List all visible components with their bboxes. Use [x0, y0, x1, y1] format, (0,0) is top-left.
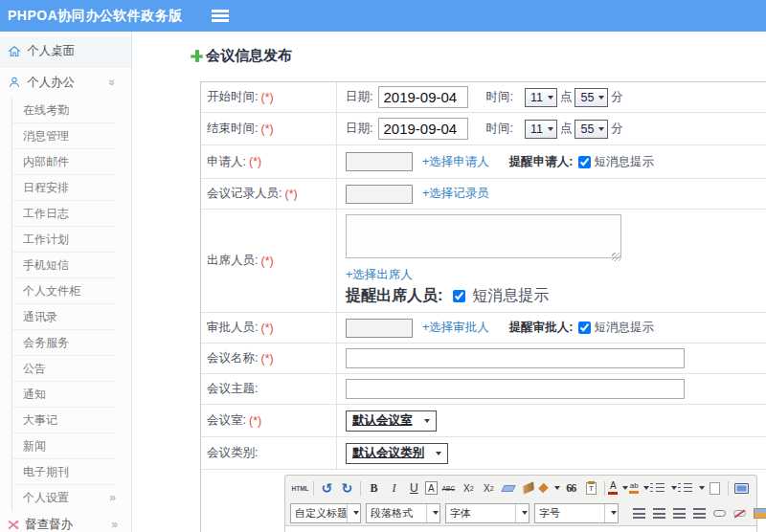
time-label: 时间: [485, 121, 512, 137]
undo-icon[interactable]: ↺ [318, 479, 336, 497]
editor-content-area[interactable] [285, 525, 756, 532]
strikethrough-icon[interactable]: ABC [439, 479, 458, 497]
sidebar-item-e-journal[interactable]: 电子期刊 [12, 459, 116, 485]
sidebar-item-settings[interactable]: 个人设置 » [12, 485, 116, 511]
sidebar-item-messages[interactable]: 消息管理 [12, 123, 116, 149]
approver-row: 审批人员:(*) +选择审批人 提醒审批人: 短消息提示 [201, 313, 766, 344]
sidebar-item-file-cabinet[interactable]: 个人文件柜 [12, 278, 116, 304]
font-family-select[interactable]: 字体 [445, 503, 529, 523]
end-date-input[interactable] [378, 118, 468, 140]
html-source-icon[interactable]: HTML [291, 479, 309, 497]
select-recorder-link[interactable]: +选择记录员 [422, 186, 489, 202]
start-hour-select[interactable]: 11 [525, 88, 557, 107]
end-time-row: 结束时间:(*) 日期: 时间: 11 点 55 分 [201, 113, 766, 145]
sidebar-item-announcement[interactable]: 公告 [12, 356, 116, 382]
hamburger-icon[interactable] [212, 10, 229, 22]
resize-handle[interactable] [612, 253, 620, 261]
font-size-select[interactable]: 字号 [534, 503, 619, 523]
sidebar-item-notice[interactable]: 通知 [12, 382, 116, 408]
caret-down-icon [548, 127, 553, 131]
sidebar-item-events[interactable]: 大事记 [12, 408, 116, 433]
sidebar-item-contacts[interactable]: 通讯录 [12, 304, 116, 330]
blockquote-icon[interactable]: 66 [562, 479, 580, 497]
underline-icon[interactable]: U [405, 479, 423, 497]
select-attendees-link[interactable]: +选择出席人 [346, 267, 413, 283]
meeting-category-label: 会议类别: [207, 445, 258, 461]
caret-down-icon [598, 96, 604, 100]
eraser-icon[interactable] [500, 479, 518, 497]
highlight-color-icon[interactable]: ab [630, 479, 649, 497]
brush-icon[interactable] [520, 479, 538, 497]
align-justify-icon[interactable] [690, 504, 709, 521]
paste-icon[interactable]: T [582, 479, 600, 497]
new-doc-icon[interactable] [706, 479, 724, 497]
start-date-input[interactable] [378, 86, 468, 108]
unlink-icon[interactable] [731, 504, 749, 521]
applicant-sms-checkbox[interactable] [578, 156, 591, 168]
bold-icon[interactable]: B [365, 479, 383, 497]
sidebar-item-work-log[interactable]: 工作日志 [12, 201, 116, 227]
paragraph-format-select[interactable]: 段落格式 [366, 503, 440, 523]
page-title: 会议信息发布 [191, 47, 292, 65]
chevron-right-icon: » [109, 485, 116, 511]
sidebar-item-attendance[interactable]: 在线考勤 [12, 98, 116, 123]
sidebar-item-desktop[interactable]: 个人桌面 [0, 36, 131, 67]
sidebar-item-sms[interactable]: 手机短信 [12, 253, 116, 278]
select-applicant-link[interactable]: +选择申请人 [422, 154, 489, 170]
shuffle-icon [8, 520, 20, 530]
sidebar-item-schedule[interactable]: 日程安排 [12, 175, 116, 201]
editor-toolbar-1: HTML ↺ ↻ B I U A ABC X2 X2 [285, 476, 756, 500]
italic-icon[interactable]: I [385, 479, 403, 497]
align-left-icon[interactable] [630, 504, 648, 521]
format-paint-icon[interactable] [540, 479, 560, 497]
ordered-list-icon[interactable] [651, 479, 677, 497]
fullscreen-icon[interactable] [732, 479, 751, 497]
recorder-input[interactable] [346, 185, 413, 204]
sidebar-item-news[interactable]: 新闻 [12, 433, 116, 459]
custom-heading-select[interactable]: 自定义标题 [290, 503, 361, 523]
caret-down-icon [353, 511, 359, 515]
meeting-room-label: 会议室: [207, 412, 246, 429]
align-right-icon[interactable] [670, 504, 688, 521]
select-approver-link[interactable]: +选择审批人 [422, 320, 489, 336]
unordered-list-icon[interactable] [678, 479, 704, 497]
sidebar-item-meeting-service[interactable]: 会务服务 [12, 330, 116, 356]
meeting-name-input[interactable] [346, 348, 685, 368]
caret-down-icon [598, 127, 604, 131]
remind-applicant-label: 提醒申请人: [509, 154, 574, 170]
subscript-icon[interactable]: X2 [480, 479, 498, 497]
font-color-icon[interactable]: A [609, 479, 628, 497]
start-minute-select[interactable]: 55 [574, 88, 608, 107]
meeting-subject-input[interactable] [346, 379, 685, 399]
image-icon[interactable] [751, 504, 766, 521]
font-border-icon[interactable]: A [425, 481, 438, 495]
redo-icon[interactable]: ↻ [338, 479, 356, 497]
applicant-input[interactable] [346, 152, 413, 171]
attendees-textarea[interactable] [346, 214, 621, 258]
remind-attendees-label: 提醒出席人员: [346, 287, 442, 303]
end-hour-select[interactable]: 11 [525, 120, 557, 139]
plus-icon [191, 50, 203, 62]
attendees-sms-checkbox[interactable] [453, 290, 465, 302]
required-mark: (*) [249, 155, 261, 168]
approver-sms-checkbox[interactable] [578, 321, 591, 334]
sidebar-item-internal-mail[interactable]: 内部邮件 [12, 149, 116, 175]
caret-down-icon [433, 511, 439, 515]
sidebar-item-supervise[interactable]: 督查督办 » [0, 511, 131, 532]
caret-down-icon [699, 486, 705, 490]
meeting-room-select[interactable]: 默认会议室 [346, 410, 437, 432]
sidebar-item-label: 个人办公 [27, 75, 75, 91]
align-center-icon[interactable] [650, 504, 668, 521]
meeting-category-select[interactable]: 默认会议类别 [346, 443, 448, 464]
approver-input[interactable] [346, 319, 413, 338]
link-icon[interactable] [710, 504, 729, 521]
meeting-name-row: 会议名称:(*) [201, 344, 766, 374]
caret-down-icon [611, 511, 617, 515]
required-mark: (*) [260, 321, 273, 335]
sidebar-item-personal-office[interactable]: 个人办公 » [0, 67, 131, 98]
meeting-name-label: 会议名称: [207, 350, 258, 366]
end-minute-select[interactable]: 55 [574, 120, 608, 139]
sidebar-item-work-plan[interactable]: 工作计划 [12, 227, 116, 253]
superscript-icon[interactable]: X2 [460, 479, 478, 497]
sms-label: 短消息提示 [594, 154, 654, 170]
